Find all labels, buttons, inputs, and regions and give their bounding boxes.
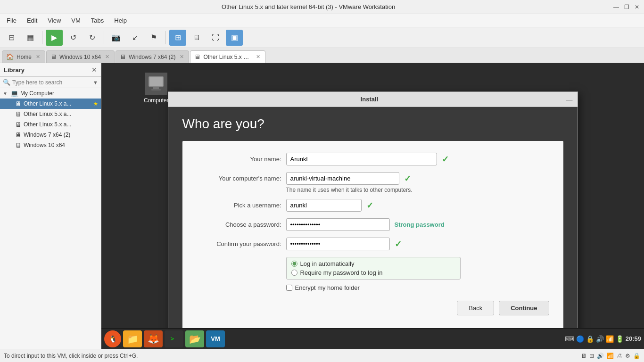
vm-icon-linux3: 🖥 [15, 121, 22, 128]
tab-linux[interactable]: 🖥 Other Linux 5.x and later kerne... ✕ [190, 50, 265, 63]
radio-require-password[interactable]: Require my password to log in [291, 269, 455, 276]
radio-require-password-label: Require my password to log in [300, 269, 383, 276]
taskbar-ubuntu-button[interactable]: 🐧 [104, 330, 121, 347]
taskbar-time: 20:59 [626, 335, 641, 342]
desktop-icon-label: Computer [144, 97, 169, 104]
tree-item-win7[interactable]: 🖥 Windows 7 x64 (2) [0, 130, 101, 140]
display-button[interactable]: 🖥 [188, 30, 205, 46]
tray-power-icon: 🔋 [616, 335, 624, 343]
svg-rect-2 [153, 87, 159, 89]
menu-help[interactable]: Help [109, 15, 132, 26]
computer-desktop-icon [145, 73, 167, 95]
install-minimize-button[interactable]: — [566, 96, 573, 103]
suspend-button[interactable]: ↺ [65, 30, 82, 46]
tab-home[interactable]: 🏠 Home ✕ [2, 50, 45, 63]
tab-win7-label: Windows 7 x64 (2) [129, 54, 175, 60]
taskbar-firefox-button[interactable]: 🦊 [144, 330, 163, 347]
settings-button[interactable]: ⊞ [169, 30, 186, 46]
label-confirm-password: Confirm your password: [197, 240, 281, 247]
label-password: Choose a password: [197, 221, 281, 228]
snapshot-button[interactable]: 📷 [107, 30, 124, 46]
radio-autologin[interactable]: Log in automatically [291, 260, 455, 267]
encrypt-home-row[interactable]: Encrypt my home folder [286, 284, 549, 291]
input-computer-name[interactable] [286, 172, 399, 185]
close-button[interactable]: ✕ [634, 4, 640, 10]
input-password[interactable] [286, 218, 390, 231]
tree-item-linux3[interactable]: 🖥 Other Linux 5.x a... [0, 119, 101, 130]
tab-home-close[interactable]: ✕ [34, 54, 41, 60]
taskbar-nautilus-button[interactable]: 📂 [185, 330, 204, 347]
tab-win10-close[interactable]: ✕ [104, 54, 110, 60]
status-icon-network: 📶 [607, 353, 614, 359]
continue-button[interactable]: Continue [499, 301, 549, 315]
tree-item-win10[interactable]: 🖥 Windows 10 x64 [0, 140, 101, 150]
radio-autologin-label: Log in automatically [300, 260, 355, 267]
toolbar-separator-1 [42, 31, 42, 44]
label-username: Pick a username: [197, 202, 281, 209]
minimize-button[interactable]: — [613, 4, 619, 10]
status-icon-usb: ⊟ [589, 353, 594, 359]
revert-button[interactable]: ↙ [126, 30, 143, 46]
menu-bar: File Edit View VM Tabs Help [0, 14, 644, 27]
win10-tab-icon: 🖥 [50, 53, 57, 60]
svg-rect-1 [149, 77, 163, 86]
taskbar-files-button[interactable]: 📁 [123, 330, 142, 347]
home-tab-icon: 🏠 [6, 53, 14, 60]
input-confirm-password[interactable] [286, 238, 390, 250]
tab-win10-label: Windows 10 x64 [59, 54, 101, 60]
tab-win7[interactable]: 🖥 Windows 7 x64 (2) ✕ [116, 50, 189, 63]
home-button[interactable]: ⊟ [3, 30, 20, 46]
tab-win10[interactable]: 🖥 Windows 10 x64 ✕ [46, 50, 115, 63]
input-username[interactable] [286, 199, 362, 212]
tab-linux-label: Other Linux 5.x and later kerne... [203, 54, 252, 60]
status-icon-screen: 🖥 [581, 353, 586, 359]
unity-button[interactable]: ▣ [226, 30, 243, 46]
check-computer-name: ✓ [404, 173, 411, 184]
sidebar-close-button[interactable]: ✕ [91, 66, 97, 74]
vm-screen[interactable]: Computer Install — Who are you? Your n [101, 63, 644, 349]
search-dropdown-icon[interactable]: ▼ [93, 80, 98, 85]
status-icon-printer: 🖨 [617, 353, 622, 359]
library-button[interactable]: ▦ [22, 30, 39, 46]
vm-display-area[interactable]: Computer Install — Who are you? Your n [101, 63, 644, 349]
tray-bluetooth-icon: 🔵 [576, 335, 584, 343]
tree-item-mycomputer[interactable]: ▼ 💻 My Computer [0, 88, 101, 99]
tree-item-linux2[interactable]: 🖥 Other Linux 5.x a... [0, 109, 101, 119]
svg-rect-3 [151, 89, 161, 90]
tree-star-linux1: ★ [93, 101, 98, 107]
win7-tab-icon: 🖥 [120, 53, 126, 60]
restore-button[interactable]: ❐ [623, 4, 630, 10]
tab-linux-close[interactable]: ✕ [255, 54, 261, 60]
manage-snapshots-button[interactable]: ⚑ [145, 30, 162, 46]
computer-icon: 💻 [10, 90, 18, 97]
tree-label-linux2: Other Linux 5.x a... [24, 111, 98, 117]
restart-button[interactable]: ↻ [83, 30, 100, 46]
tree-item-linux1[interactable]: 🖥 Other Linux 5.x a... ★ [0, 99, 101, 109]
form-row-confirm-password: Confirm your password: ✓ [197, 238, 549, 250]
input-your-name[interactable] [286, 153, 437, 165]
install-title-bar: Install — [168, 92, 578, 107]
tree-label-mycomputer: My Computer [20, 90, 98, 97]
radio-require-password-input[interactable] [291, 270, 297, 276]
check-your-name: ✓ [442, 154, 449, 165]
taskbar-terminal-button[interactable]: >_ [165, 330, 183, 347]
power-on-button[interactable]: ▶ [46, 30, 63, 46]
desktop-computer-icon[interactable]: Computer [144, 73, 169, 104]
menu-edit[interactable]: Edit [22, 15, 42, 26]
back-button[interactable]: Back [457, 301, 494, 315]
title-bar: Other Linux 5.x and later kernel 64-bit … [0, 0, 644, 14]
radio-autologin-input[interactable] [291, 261, 297, 267]
menu-tabs[interactable]: Tabs [86, 15, 108, 26]
sidebar-title: Library [4, 66, 25, 74]
tab-win7-close[interactable]: ✕ [178, 54, 185, 60]
vm-icon-win7: 🖥 [15, 131, 22, 139]
search-input[interactable] [12, 79, 91, 86]
status-icon-audio: 🔊 [597, 353, 604, 359]
menu-vm[interactable]: VM [66, 15, 85, 26]
taskbar-vmware-button[interactable]: VM [206, 330, 225, 347]
menu-file[interactable]: File [2, 15, 21, 26]
encrypt-home-checkbox[interactable] [286, 285, 292, 291]
status-bar: To direct input to this VM, click inside… [0, 349, 644, 362]
menu-view[interactable]: View [43, 15, 66, 26]
fullscreen-button[interactable]: ⛶ [207, 30, 224, 46]
